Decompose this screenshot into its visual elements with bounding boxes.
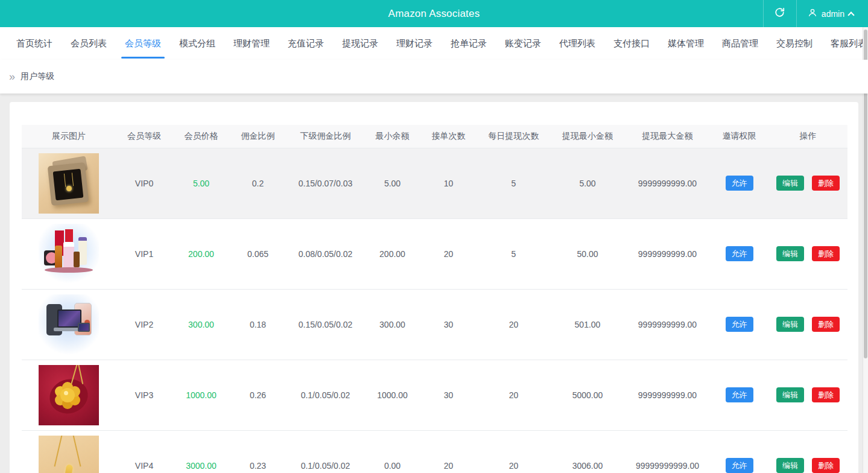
nav-item-member-list[interactable]: 会员列表 [62,27,116,60]
allow-invite-button[interactable]: 允许 [726,176,753,191]
edit-button[interactable]: 编辑 [776,458,804,473]
edit-button[interactable]: 编辑 [776,176,804,191]
col-header-sub-commission: 下级佣金比例 [286,125,365,148]
col-header-actions: 操作 [768,125,847,148]
product-image-electronics [39,294,99,355]
cell-max-withdrawal: 9999999999.00 [625,218,710,289]
allow-invite-button[interactable]: 允许 [726,317,753,332]
nav-item-agent-list[interactable]: 代理列表 [550,27,604,60]
col-header-price: 会员价格 [173,125,230,148]
username-label: admin [822,9,844,19]
nav-item-product-mgmt[interactable]: 商品管理 [713,27,767,60]
nav-item-payment-api[interactable]: 支付接口 [604,27,659,60]
cell-commission: 0.065 [230,218,286,289]
col-header-invite-perm: 邀请权限 [710,125,768,148]
cell-min-withdrawal: 5000.00 [550,360,625,430]
nav-item-media-mgmt[interactable]: 媒体管理 [659,27,713,60]
cell-min-withdrawal: 501.00 [550,289,625,360]
nav-item-recharge-log[interactable]: 充值记录 [279,27,333,60]
lotion-bottle [78,237,87,265]
edit-button[interactable]: 编辑 [776,246,804,261]
refresh-icon [774,7,785,21]
table-row: VIP1 200.00 0.065 0.08/0.05/0.02 200.00 … [22,218,847,289]
nav-item-home-stats[interactable]: 首页统计 [7,27,62,60]
table-row: VIP3 1000.00 0.26 0.1/0.05/0.02 1000.00 … [22,360,847,430]
cell-orders: 30 [420,289,477,360]
cell-price: 3000.00 [173,430,230,473]
col-header-daily-withdrawals: 每日提现次数 [477,125,550,148]
cell-price: 1000.00 [173,360,230,430]
cell-sub-commission: 0.1/0.05/0.02 [286,360,365,430]
cell-max-withdrawal: 9999999999.00 [625,289,710,360]
vertical-scrollbar[interactable] [863,27,868,473]
user-menu[interactable]: admin [797,0,868,27]
cell-orders: 30 [420,360,477,430]
cell-orders: 10 [420,148,477,218]
top-header-bar: Amazon Associates admin [0,0,868,27]
nav-item-withdraw-log[interactable]: 提现记录 [333,27,387,60]
cell-min-balance: 1000.00 [365,360,420,430]
nav-item-member-level[interactable]: 会员等级 [116,27,170,60]
cell-commission: 0.26 [230,360,286,430]
delete-button[interactable]: 删除 [812,246,840,261]
content-area: 展示图片 会员等级 会员价格 佣金比例 下级佣金比例 最小余额 接单次数 每日提… [0,94,868,473]
amber-bottle [74,252,80,267]
cell-daily-withdrawals: 20 [477,430,550,473]
delete-button[interactable]: 删除 [812,387,840,402]
cell-min-withdrawal: 3006.00 [550,430,625,473]
necklace-chain [64,173,74,186]
edit-button[interactable]: 编辑 [776,387,804,402]
cell-max-withdrawal: 99999999999.00 [625,430,710,473]
table-row: VIP0 5.00 0.2 0.15/0.07/0.03 5.00 10 5 5… [22,148,847,218]
allow-invite-button[interactable]: 允许 [726,387,753,402]
nav-item-order-grab-log[interactable]: 抢单记录 [442,27,496,60]
cell-daily-withdrawals: 5 [477,218,550,289]
nav-item-service-list[interactable]: 客服列表 [822,27,868,60]
col-header-orders: 接单次数 [420,125,477,148]
gold-pendant [64,464,74,473]
cell-daily-withdrawals: 20 [477,360,550,430]
cell-sub-commission: 0.08/0.05/0.02 [286,218,365,289]
cell-min-withdrawal: 50.00 [550,218,625,289]
user-level-table: 展示图片 会员等级 会员价格 佣金比例 下级佣金比例 最小余额 接单次数 每日提… [22,125,847,473]
cell-min-withdrawal: 5.00 [550,148,625,218]
table-row: VIP2 300.00 0.18 0.15/0.05/0.02 300.00 3… [22,289,847,360]
cell-price: 300.00 [173,289,230,360]
refresh-button[interactable] [763,0,797,27]
delete-button[interactable]: 删除 [812,317,840,332]
page-title: 用户等级 [21,71,54,82]
nav-item-finance-log[interactable]: 理财记录 [387,27,442,60]
col-header-level: 会员等级 [116,125,173,148]
cell-level: VIP3 [116,360,173,430]
cell-level: VIP0 [116,148,173,218]
cell-level: VIP2 [116,289,173,360]
chevron-up-icon [847,11,854,18]
nav-item-mode-group[interactable]: 模式分组 [170,27,224,60]
cell-price: 5.00 [173,148,230,218]
nav-item-balance-log[interactable]: 账变记录 [496,27,550,60]
table-card: 展示图片 会员等级 会员价格 佣金比例 下级佣金比例 最小余额 接单次数 每日提… [10,102,858,473]
allow-invite-button[interactable]: 允许 [726,246,753,261]
product-image-cosmetics-set [39,224,99,284]
col-header-min-balance: 最小余额 [365,125,420,148]
product-image-gold-flower-pendant [39,365,99,425]
cell-level: VIP1 [116,218,173,289]
cell-min-balance: 0.00 [365,430,420,473]
cell-max-withdrawal: 9999999999.00 [625,360,710,430]
cell-level: VIP4 [116,430,173,473]
breadcrumb: » 用户等级 [0,60,868,94]
nav-item-trade-control[interactable]: 交易控制 [767,27,822,60]
cell-min-balance: 5.00 [365,148,420,218]
edit-button[interactable]: 编辑 [776,317,804,332]
nav-item-finance-mgmt[interactable]: 理财管理 [224,27,279,60]
product-image-gold-chain [39,436,99,473]
cell-min-balance: 300.00 [365,289,420,360]
cell-min-balance: 200.00 [365,218,420,289]
allow-invite-button[interactable]: 允许 [726,458,753,473]
product-image-necklace-box [39,153,99,214]
pendant-glint [64,391,68,395]
col-header-max-withdrawal: 提现最大金额 [625,125,710,148]
delete-button[interactable]: 删除 [812,176,840,191]
delete-button[interactable]: 删除 [812,458,840,473]
table-header-row: 展示图片 会员等级 会员价格 佣金比例 下级佣金比例 最小余额 接单次数 每日提… [22,125,847,148]
